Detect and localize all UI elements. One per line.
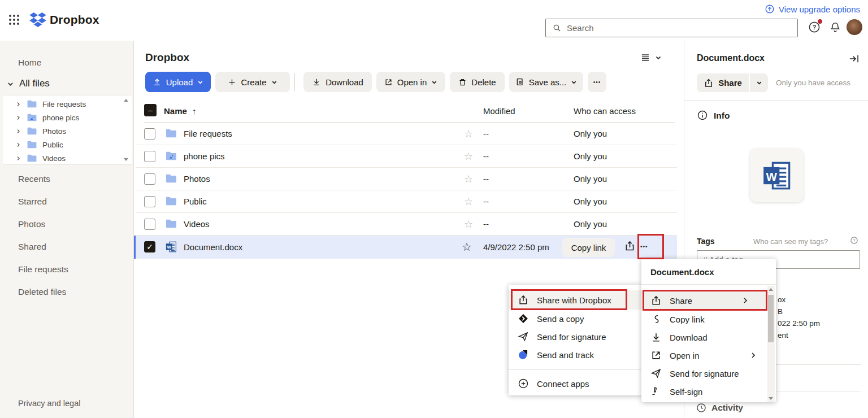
privacy-and-legal-link[interactable]: Privacy and legal (18, 399, 80, 408)
row-more-button[interactable]: ••• (640, 243, 648, 250)
delete-button[interactable]: Delete (450, 72, 505, 92)
notifications-bell-icon[interactable] (829, 21, 841, 33)
tags-help-icon[interactable]: ? (850, 236, 858, 245)
tree-item-videos[interactable]: Videos (16, 151, 132, 165)
upload-button[interactable]: Upload (145, 72, 211, 92)
tree-item-file-requests[interactable]: File requests (16, 97, 132, 111)
menu-item-send-for-signature[interactable]: Send for signature (509, 328, 642, 346)
row-checkbox[interactable] (144, 128, 155, 140)
panel-title: Document.docx (697, 53, 765, 63)
search-input[interactable] (567, 23, 791, 33)
table-row[interactable]: File requests ☆ -- Only you (136, 123, 677, 145)
row-checkbox[interactable] (144, 196, 155, 207)
sidebar-item-file-requests[interactable]: File requests (18, 264, 68, 275)
column-access[interactable]: Who can access (574, 106, 636, 116)
menu-scrollbar[interactable] (767, 286, 775, 402)
svg-text:?: ? (853, 238, 855, 243)
account-avatar[interactable] (847, 19, 862, 35)
chevron-down-icon[interactable] (7, 80, 14, 88)
share-icon[interactable] (624, 240, 636, 252)
sidebar-item-starred[interactable]: Starred (18, 197, 47, 207)
open-in-icon (650, 350, 662, 361)
row-name[interactable]: Public (184, 197, 207, 206)
menu-item-copy-link[interactable]: Copy link (641, 310, 776, 328)
menu-item-label: Send and track (537, 350, 594, 360)
sidebar-item-all-files[interactable]: All files (7, 78, 50, 89)
menu-item-share[interactable]: Share (641, 291, 768, 310)
sidebar-item-recents[interactable]: Recents (18, 174, 50, 184)
row-name[interactable]: phone pics (184, 151, 225, 161)
apps-grid-icon[interactable] (9, 15, 19, 25)
view-options-control[interactable] (640, 53, 662, 63)
menu-item-download[interactable]: Download (641, 328, 776, 346)
row-name[interactable]: File requests (184, 129, 232, 138)
search-box[interactable] (545, 19, 798, 37)
star-icon[interactable]: ☆ (464, 219, 473, 229)
brand-name[interactable]: Dropbox (50, 13, 99, 27)
scrollbar-up-icon[interactable] (769, 288, 773, 291)
table-row[interactable]: phone pics ☆ -- Only you (136, 145, 677, 168)
column-modified[interactable]: Modified (483, 106, 515, 116)
table-row[interactable]: Public ☆ -- Only you (136, 190, 677, 213)
row-checkbox[interactable] (144, 219, 155, 230)
dropbox-logo-icon[interactable] (29, 12, 46, 28)
table-row[interactable]: Photos ☆ -- Only you (136, 168, 677, 190)
panel-share-button[interactable]: Share (697, 73, 749, 92)
sort-ascending-icon[interactable]: ↑ (192, 106, 197, 116)
row-name[interactable]: Videos (184, 219, 210, 229)
menu-item-share-with-dropbox[interactable]: Share with Dropbox (509, 290, 642, 310)
star-icon[interactable]: ☆ (464, 174, 473, 184)
menu-item-partial[interactable] (641, 400, 776, 402)
row-checkbox-checked[interactable]: ✓ (144, 241, 155, 252)
star-icon[interactable]: ☆ (462, 241, 472, 252)
menu-item-send-a-copy[interactable]: Send a copy (509, 310, 642, 328)
menu-item-send-and-track[interactable]: Send and track (509, 346, 642, 364)
tree-item-public[interactable]: Public (16, 138, 132, 151)
tags-hint[interactable]: Who can see my tags? (753, 237, 828, 246)
activity-section-label[interactable]: Activity (711, 403, 743, 413)
star-icon[interactable]: ☆ (464, 129, 473, 139)
menu-item-send-for-signature[interactable]: Send for signature (641, 364, 776, 382)
row-checkbox[interactable] (144, 151, 155, 162)
view-upgrade-options-link[interactable]: View upgrade options (765, 4, 860, 14)
collapse-panel-icon[interactable] (848, 53, 860, 64)
save-as-button[interactable]: Save as... (509, 72, 583, 92)
select-all-checkbox[interactable]: – (144, 104, 157, 116)
menu-item-self-sign[interactable]: Self-sign (641, 382, 776, 400)
scrollbar-thumb[interactable] (768, 295, 774, 342)
sidebar-item-shared[interactable]: Shared (18, 242, 46, 252)
table-row-selected[interactable]: ✓ W Document.docx ☆ 4/9/2022 2:50 pm Cop… (134, 236, 677, 259)
chevron-right-icon (750, 352, 757, 359)
tree-item-phone-pics[interactable]: phone pics (16, 111, 132, 124)
sidebar-item-home[interactable]: Home (18, 58, 41, 68)
row-name[interactable]: Document.docx (184, 242, 242, 252)
scrollbar-down-icon[interactable] (769, 397, 773, 400)
sidebar-item-photos[interactable]: Photos (18, 219, 45, 229)
star-icon[interactable]: ☆ (464, 197, 473, 207)
row-modified: -- (483, 219, 489, 229)
table-row[interactable]: Videos ☆ -- Only you (136, 213, 677, 236)
panel-share-dropdown-button[interactable] (750, 73, 768, 92)
tree-item-label: File requests (42, 100, 86, 108)
copy-link-button[interactable]: Copy link (562, 238, 615, 257)
star-icon[interactable]: ☆ (464, 151, 473, 162)
row-checkbox[interactable] (144, 173, 155, 185)
all-files-label: All files (19, 78, 50, 89)
info-section-label[interactable]: Info (714, 111, 730, 121)
sidebar-item-deleted-files[interactable]: Deleted files (18, 287, 66, 297)
create-button[interactable]: Create (215, 72, 290, 92)
save-as-icon (515, 77, 524, 86)
ellipsis-icon: ••• (593, 79, 601, 85)
menu-item-open-in[interactable]: Open in (641, 346, 776, 364)
open-in-button[interactable]: Open in (376, 72, 445, 92)
tree-item-photos[interactable]: Photos (16, 124, 132, 138)
menu-item-connect-apps[interactable]: Connect apps (509, 375, 642, 393)
toolbar-more-button[interactable]: ••• (588, 72, 606, 92)
row-name[interactable]: Photos (184, 174, 210, 184)
tree-scroll-down-icon[interactable] (124, 158, 128, 161)
list-view-icon (640, 53, 650, 63)
tree-scroll-up-icon[interactable] (124, 99, 128, 102)
download-button[interactable]: Download (303, 72, 372, 92)
column-name[interactable]: Name (164, 106, 187, 116)
help-icon[interactable]: ? (808, 20, 821, 34)
